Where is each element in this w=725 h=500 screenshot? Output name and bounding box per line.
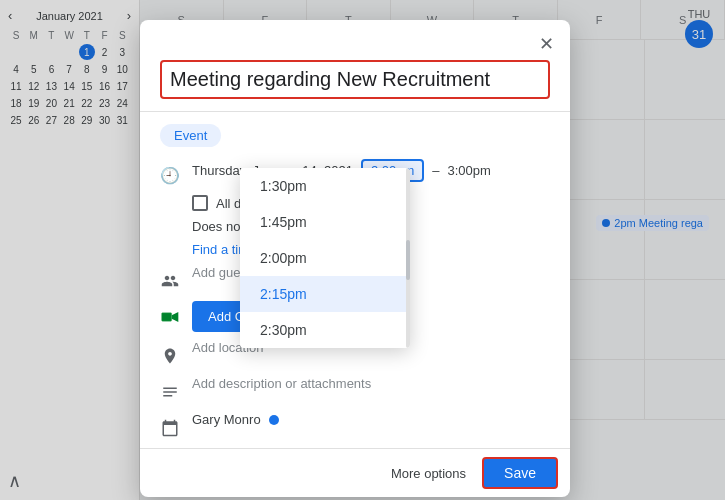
save-button[interactable]: Save: [482, 457, 558, 489]
svg-marker-1: [172, 312, 179, 322]
owner-name: Gary Monro: [192, 412, 261, 427]
clock-icon: 🕘: [160, 165, 180, 185]
description-row: Add description or attachments: [140, 372, 570, 408]
dropdown-item-2[interactable]: 2:00pm: [240, 240, 410, 276]
dropdown-scrollbar: [406, 168, 410, 348]
dropdown-item-0[interactable]: 1:30pm: [240, 168, 410, 204]
meet-icon: [160, 307, 180, 327]
dialog-footer: More options Save: [140, 448, 570, 497]
dialog-title-bar: ✕: [140, 20, 570, 60]
owner-row: Gary Monro: [140, 408, 570, 444]
time-dropdown: 1:30pm 1:45pm 2:00pm 2:15pm 2:30pm: [240, 168, 410, 348]
allday-checkbox[interactable]: [192, 195, 208, 211]
guests-icon: [160, 271, 180, 291]
title-input-wrap: [140, 60, 570, 112]
more-options-button[interactable]: More options: [383, 460, 474, 487]
end-time-button[interactable]: 3:00pm: [448, 163, 491, 178]
owner-color-dot: [269, 415, 279, 425]
svg-rect-0: [162, 313, 172, 321]
event-title-input[interactable]: [160, 60, 550, 99]
description-icon: [160, 382, 180, 402]
event-type-button[interactable]: Event: [160, 124, 221, 147]
calendar-icon: [160, 418, 180, 438]
dropdown-item-4[interactable]: 2:30pm: [240, 312, 410, 348]
description-placeholder[interactable]: Add description or attachments: [192, 376, 371, 391]
dropdown-item-1[interactable]: 1:45pm: [240, 204, 410, 240]
close-button[interactable]: ✕: [530, 28, 562, 60]
dropdown-scrollbar-thumb: [406, 240, 410, 280]
time-separator: –: [432, 163, 439, 178]
location-icon: [160, 346, 180, 366]
dropdown-item-3[interactable]: 2:15pm: [240, 276, 410, 312]
event-type-row: Event: [140, 112, 570, 155]
